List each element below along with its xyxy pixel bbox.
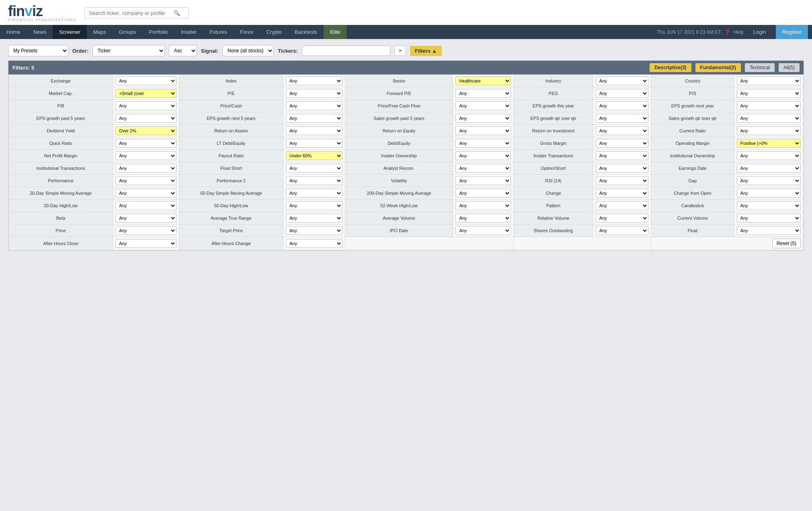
filters-button[interactable]: Filters ▲ (410, 46, 442, 56)
filter-label: Industry (514, 75, 593, 87)
filter-select-1-1[interactable]: Any (286, 89, 342, 98)
order-select[interactable]: Ticker (92, 45, 165, 56)
filter-select-6-0[interactable]: Any (115, 151, 176, 160)
filter-select-10-3[interactable]: Any (596, 201, 648, 210)
filter-select-6-3[interactable]: Any (596, 151, 648, 160)
filter-select-13-1[interactable]: Any (286, 239, 342, 248)
filter-select-9-3[interactable]: Any (596, 189, 648, 198)
tab-descriptive[interactable]: Descriptive(3) (650, 63, 691, 72)
filter-select-4-3[interactable]: Any (596, 126, 648, 135)
filter-select-2-0[interactable]: Any (115, 101, 176, 110)
filter-select-9-0[interactable]: Any (115, 189, 176, 198)
nav-register[interactable]: Register (776, 25, 808, 39)
filter-select-11-2[interactable]: Any (455, 214, 511, 223)
nav-portfolio[interactable]: Portfolio (142, 25, 174, 39)
filter-select-1-0[interactable]: +Small (over (115, 89, 176, 98)
filter-select-3-4[interactable]: Any (737, 114, 801, 123)
filter-select-8-4[interactable]: Any (737, 176, 801, 185)
filter-select-12-4[interactable]: Any (737, 226, 801, 235)
filter-select-0-4[interactable]: Any (737, 76, 801, 85)
presets-select[interactable]: My Presets (8, 45, 68, 56)
filter-select-1-2[interactable]: Any (455, 89, 511, 98)
nav-futures[interactable]: Futures (203, 25, 234, 39)
filter-select-0-1[interactable]: Any (286, 76, 342, 85)
nav-screener[interactable]: Screener (53, 25, 87, 39)
filter-select-7-0[interactable]: Any (115, 164, 176, 173)
filter-select-5-0[interactable]: Any (115, 139, 176, 148)
filter-select-12-3[interactable]: Any (596, 226, 648, 235)
filter-select-4-4[interactable]: Any (737, 126, 801, 135)
filter-select-4-0[interactable]: Over 2% (115, 126, 176, 135)
filter-select-7-4[interactable]: Any (737, 164, 801, 173)
filter-select-5-1[interactable]: Any (286, 139, 342, 148)
filter-select-10-1[interactable]: Any (286, 201, 342, 210)
nav-backtests[interactable]: Backtests (288, 25, 324, 39)
nav-help[interactable]: Help (734, 29, 744, 35)
filter-select-9-2[interactable]: Any (455, 189, 511, 198)
filter-select-6-2[interactable]: Any (455, 151, 511, 160)
filter-select-8-0[interactable]: Any (115, 176, 176, 185)
search-icon[interactable]: 🔍 (173, 10, 180, 16)
filter-select-9-4[interactable]: Any (737, 189, 801, 198)
filter-select-1-4[interactable]: Any (737, 89, 801, 98)
filter-select-5-3[interactable]: Any (596, 139, 648, 148)
nav-groups[interactable]: Groups (113, 25, 143, 39)
nav-forex[interactable]: Forex (234, 25, 260, 39)
nav-news[interactable]: News (27, 25, 53, 39)
filter-select-12-2[interactable]: Any (455, 226, 511, 235)
tickers-input[interactable] (302, 45, 390, 56)
tab-all[interactable]: All(5) (779, 63, 800, 72)
filter-label: Index (179, 75, 283, 87)
filter-select-3-0[interactable]: Any (115, 114, 176, 123)
filter-select-4-2[interactable]: Any (455, 126, 511, 135)
filter-select-7-2[interactable]: Any (455, 164, 511, 173)
filter-select-9-1[interactable]: Any (286, 189, 342, 198)
filter-select-7-1[interactable]: Any (286, 164, 342, 173)
filter-select-12-0[interactable]: Any (115, 226, 176, 235)
filter-select-2-4[interactable]: Any (737, 101, 801, 110)
nav-elite[interactable]: Elite (324, 25, 347, 39)
filter-select-11-1[interactable]: Any (286, 214, 342, 223)
filter-select-7-3[interactable]: Any (596, 164, 648, 173)
filter-select-4-1[interactable]: Any (286, 126, 342, 135)
filter-select-6-4[interactable]: Any (737, 151, 801, 160)
filter-select-10-2[interactable]: Any (455, 201, 511, 210)
filter-select-13-0[interactable]: Any (115, 239, 176, 248)
filter-select-6-1[interactable]: Under 60% (286, 151, 342, 160)
filter-select-8-2[interactable]: Any (455, 176, 511, 185)
search-input[interactable] (89, 10, 173, 16)
signal-select[interactable]: None (all stocks) (222, 45, 274, 56)
filter-select-11-4[interactable]: Any (737, 214, 801, 223)
filter-select-11-0[interactable]: Any (115, 214, 176, 223)
nav-login[interactable]: Login (747, 25, 773, 39)
nav-crypto[interactable]: Crypto (260, 25, 288, 39)
filter-select-5-4[interactable]: Positive (>0% (737, 139, 801, 148)
filter-select-10-0[interactable]: Any (115, 201, 176, 210)
reset-button[interactable]: Reset (5) (772, 239, 801, 248)
filter-select-3-1[interactable]: Any (286, 114, 342, 123)
filter-select-2-1[interactable]: Any (286, 101, 342, 110)
filter-select-8-1[interactable]: Any (286, 176, 342, 185)
filter-select-2-2[interactable]: Any (455, 101, 511, 110)
filter-select-3-2[interactable]: Any (455, 114, 511, 123)
filter-select-8-3[interactable]: Any (596, 176, 648, 185)
filter-select-1-3[interactable]: Any (596, 89, 648, 98)
tab-technical[interactable]: Technical (745, 63, 775, 72)
filter-select-0-2[interactable]: Healthcare (455, 76, 511, 85)
asc-select[interactable]: Asc (169, 45, 197, 56)
filter-select-3-3[interactable]: Any (596, 114, 648, 123)
go-button[interactable]: > (394, 45, 406, 56)
nav-home[interactable]: Home (0, 25, 27, 39)
filter-select-5-2[interactable]: Any (455, 139, 511, 148)
filter-select-0-3[interactable]: Any (596, 76, 648, 85)
filter-label: Institutional Ownership (651, 150, 734, 162)
nav-insider[interactable]: Insider (174, 25, 203, 39)
nav-maps[interactable]: Maps (87, 25, 113, 39)
filter-select-cell: Any (593, 200, 651, 212)
tab-fundamental[interactable]: Fundamental(2) (695, 63, 741, 72)
filter-select-0-0[interactable]: Any (115, 76, 176, 85)
filter-select-12-1[interactable]: Any (286, 226, 342, 235)
filter-select-11-3[interactable]: Any (596, 214, 648, 223)
filter-select-10-4[interactable]: Any (737, 201, 801, 210)
filter-select-2-3[interactable]: Any (596, 101, 648, 110)
